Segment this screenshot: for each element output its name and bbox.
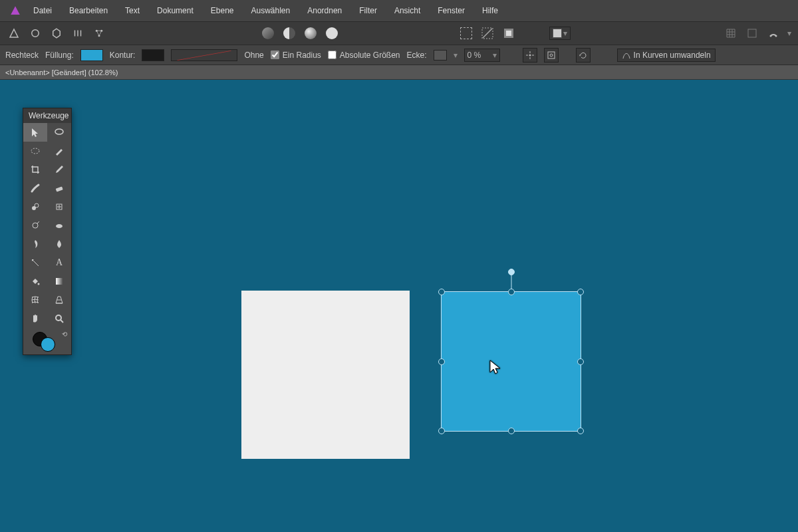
handle-bm[interactable] — [508, 428, 515, 434]
perspective-tool[interactable] — [47, 291, 71, 309]
develop-persona-icon[interactable] — [48, 25, 65, 42]
stroke-swatch[interactable] — [142, 49, 164, 61]
align-center-icon[interactable] — [523, 48, 537, 63]
svg-rect-15 — [548, 52, 555, 59]
svg-marker-1 — [10, 29, 18, 37]
handle-tr[interactable] — [577, 289, 584, 295]
handle-tl[interactable] — [438, 289, 445, 295]
menu-anordnen[interactable]: Anordnen — [299, 2, 350, 19]
handle-bl[interactable] — [438, 428, 445, 434]
corner-percent-chevron-icon: ▾ — [493, 51, 497, 60]
corner-label: Ecke: — [407, 51, 427, 60]
ellipse-select-tool[interactable] — [23, 142, 47, 160]
canvas[interactable]: Werkzeuge A — [0, 80, 798, 532]
grid-toggle-icon[interactable] — [722, 25, 739, 42]
healing-tool[interactable] — [47, 198, 71, 216]
show-bounds-icon[interactable] — [544, 48, 559, 63]
rotation-icon[interactable] — [576, 48, 591, 63]
menubar: Datei Bearbeiten Text Dokument Ebene Aus… — [0, 0, 798, 21]
svg-point-26 — [38, 283, 40, 285]
guides-toggle-icon[interactable] — [743, 25, 761, 42]
text-tool[interactable]: A — [47, 253, 71, 272]
single-radius-label: Ein Radius — [283, 51, 321, 60]
export-persona-icon[interactable] — [90, 25, 108, 42]
svg-marker-3 — [53, 29, 61, 38]
sponge-tool[interactable] — [47, 216, 71, 235]
selection-mode-1-icon[interactable] — [458, 25, 475, 42]
stroke-style-label: Ohne — [244, 51, 263, 60]
document-tab[interactable]: <Unbenannt> [Geändert] (102.8%) — [5, 68, 118, 76]
swap-colors-icon[interactable]: ⟲ — [62, 331, 67, 338]
corner-percent-value: 0 % — [467, 51, 481, 60]
menu-auswaehlen[interactable]: Auswählen — [243, 2, 298, 19]
svg-rect-19 — [56, 186, 63, 192]
snapping-dropdown-icon[interactable]: ▾ — [786, 29, 793, 38]
rotation-handle[interactable] — [508, 269, 515, 275]
svg-rect-27 — [56, 278, 63, 285]
single-radius-checkbox[interactable]: Ein Radius — [271, 51, 321, 60]
selection-mode-group — [458, 25, 517, 42]
pen-tool[interactable] — [23, 253, 47, 272]
dodge-tool[interactable] — [23, 216, 47, 235]
color-wells[interactable]: ⟲ — [23, 328, 71, 354]
app-logo-icon — [7, 2, 24, 19]
hand-tool[interactable] — [23, 309, 47, 328]
absolute-sizes-checkbox[interactable]: Absolute Größen — [328, 51, 400, 60]
handle-tm[interactable] — [508, 289, 515, 295]
tools-grid: A — [23, 123, 71, 328]
svg-point-24 — [56, 224, 63, 228]
corner-type-dropdown[interactable] — [434, 50, 447, 61]
selection-mode-3-icon[interactable] — [500, 25, 517, 42]
menu-ebene[interactable]: Ebene — [203, 2, 242, 19]
handle-br[interactable] — [577, 428, 584, 434]
selection-mode-2-icon[interactable] — [479, 25, 496, 42]
stroke-label: Kontur: — [110, 51, 136, 60]
blur-tool[interactable] — [47, 235, 71, 253]
fill-swatch[interactable] — [80, 49, 103, 61]
menu-filter[interactable]: Filter — [351, 2, 385, 19]
crop-tool[interactable] — [23, 160, 47, 179]
shade-mode-4-icon[interactable] — [323, 25, 340, 42]
menu-text[interactable]: Text — [117, 2, 148, 19]
paintbrush-tool[interactable] — [47, 142, 71, 160]
menu-ansicht[interactable]: Ansicht — [386, 2, 428, 19]
canvas-shape-white-rect[interactable] — [241, 291, 410, 459]
clone-tool[interactable] — [23, 198, 47, 216]
burn-tool[interactable] — [23, 235, 47, 253]
document-tab-bar: <Unbenannt> [Geändert] (102.8%) — [0, 65, 798, 80]
stroke-preview[interactable] — [171, 49, 237, 61]
quick-mask-combo[interactable]: ▾ — [549, 27, 571, 40]
convert-to-curves-button[interactable]: In Kurven umwandeln — [617, 49, 716, 62]
selection-bounding-box[interactable] — [441, 291, 581, 432]
photo-persona-icon[interactable] — [5, 25, 23, 42]
liquify-persona-icon[interactable] — [27, 25, 44, 42]
main-toolbar: ▾ ▾ — [0, 21, 798, 45]
handle-ml[interactable] — [438, 358, 445, 365]
zoom-tool[interactable] — [47, 309, 71, 328]
context-toolbar: Rechteck Füllung: Kontur: Ohne Ein Radiu… — [0, 45, 798, 65]
tools-panel[interactable]: Werkzeuge A — [23, 108, 72, 355]
tone-map-persona-icon[interactable] — [69, 25, 86, 42]
corner-percent-field[interactable]: 0 % ▾ — [464, 49, 500, 62]
snapping-toggle-icon[interactable] — [765, 25, 782, 42]
mesh-warp-tool[interactable] — [23, 291, 47, 309]
menu-datei[interactable]: Datei — [25, 2, 60, 19]
lasso-select-tool[interactable] — [47, 123, 71, 142]
svg-rect-10 — [506, 31, 511, 36]
flood-fill-tool[interactable] — [23, 272, 47, 291]
menu-bearbeiten[interactable]: Bearbeiten — [61, 2, 116, 19]
corner-type-chevron-icon[interactable]: ▾ — [454, 51, 458, 60]
shade-mode-3-icon[interactable] — [302, 25, 319, 42]
shade-mode-2-icon[interactable] — [281, 25, 298, 42]
menu-dokument[interactable]: Dokument — [149, 2, 201, 19]
brush-tool[interactable] — [23, 179, 47, 198]
gradient-tool[interactable] — [47, 272, 71, 291]
menu-hilfe[interactable]: Hilfe — [474, 2, 506, 19]
eraser-tool[interactable] — [47, 179, 71, 198]
shade-mode-1-icon[interactable] — [259, 25, 277, 42]
front-color-well[interactable] — [41, 337, 55, 352]
menu-fenster[interactable]: Fenster — [430, 2, 473, 19]
handle-mr[interactable] — [577, 358, 584, 365]
color-picker-tool[interactable] — [47, 160, 71, 179]
move-tool[interactable] — [23, 123, 47, 142]
